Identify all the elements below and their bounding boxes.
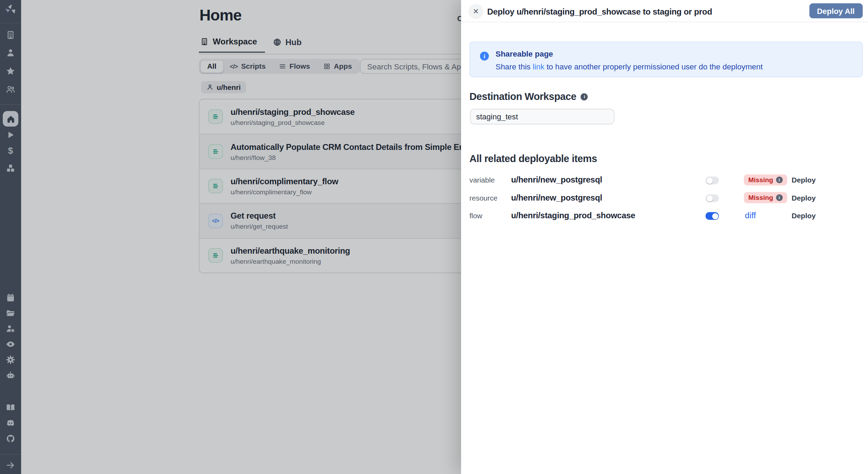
deployable-row: resource u/henri/new_postgresql Missing …	[461, 191, 868, 206]
alert-body-prefix: Share this	[495, 62, 533, 71]
share-link[interactable]: link	[533, 62, 544, 71]
drawer-title: Deploy u/henri/staging_prod_showcase to …	[487, 7, 712, 16]
diff-link[interactable]: diff	[745, 210, 756, 220]
status-badge: Missing i	[744, 174, 787, 185]
heading-label: Destination Workspace	[469, 91, 576, 103]
deploy-all-button[interactable]: Deploy All	[809, 3, 863, 18]
destination-workspace-input[interactable]	[470, 109, 615, 125]
deploy-toggle[interactable]	[706, 194, 719, 202]
heading-label: All related deployable items	[469, 153, 597, 165]
deploy-button[interactable]: Deploy	[792, 194, 816, 202]
destination-workspace-heading: Destination Workspace i	[469, 91, 588, 103]
alert-body: Share this link to have another properly…	[495, 62, 763, 71]
deployable-row: variable u/henri/new_postgresql Missing …	[461, 173, 868, 188]
deployable-kind: variable	[469, 176, 495, 184]
deployable-items-heading: All related deployable items	[469, 153, 597, 165]
drawer-header: ✕ Deploy u/henri/staging_prod_showcase t…	[461, 0, 868, 22]
alert-body-suffix: to have another properly permissioned us…	[544, 62, 763, 71]
app-root: $	[0, 0, 868, 474]
status-label: Missing	[748, 176, 773, 184]
shareable-page-alert: i Shareable page Share this link to have…	[469, 42, 862, 77]
deploy-toggle[interactable]	[706, 212, 719, 220]
info-icon[interactable]: i	[776, 177, 783, 183]
deployable-name: u/henri/new_postgresql	[511, 175, 602, 184]
deployable-name: u/henri/staging_prod_showcase	[511, 210, 635, 220]
close-icon[interactable]: ✕	[468, 3, 483, 18]
deploy-drawer: ✕ Deploy u/henri/staging_prod_showcase t…	[461, 0, 868, 474]
status-label: Missing	[748, 194, 773, 201]
deployable-row: flow u/henri/staging_prod_showcase diff …	[461, 208, 868, 224]
info-icon: i	[480, 52, 489, 61]
deployable-kind: flow	[469, 212, 482, 220]
status-badge: Missing i	[744, 192, 787, 203]
deploy-toggle[interactable]	[706, 177, 719, 184]
info-icon[interactable]: i	[776, 194, 783, 201]
deploy-button[interactable]: Deploy	[792, 212, 816, 220]
info-icon[interactable]: i	[581, 93, 588, 101]
deployable-name: u/henri/new_postgresql	[511, 193, 602, 202]
alert-title: Shareable page	[495, 49, 553, 58]
deployable-kind: resource	[469, 194, 498, 202]
deploy-button[interactable]: Deploy	[792, 176, 816, 184]
